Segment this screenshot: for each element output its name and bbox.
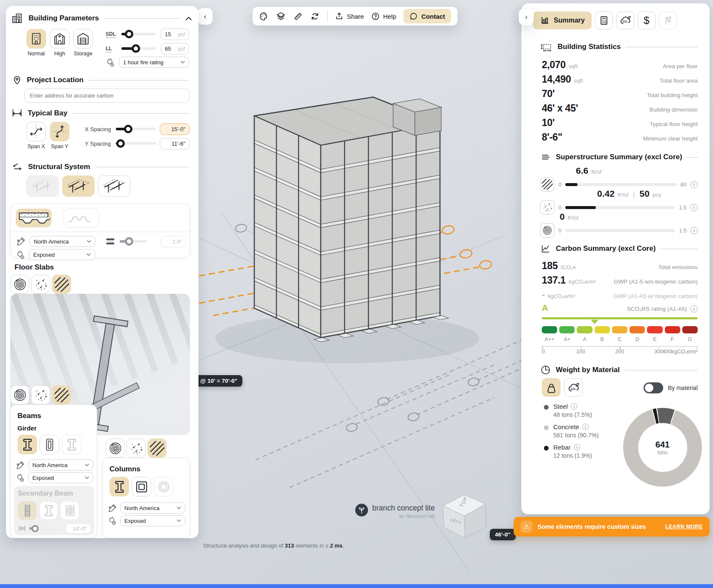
y-spacing-label: Y Spacing	[85, 141, 111, 147]
column-wide-flange-button[interactable]	[109, 477, 129, 496]
view-cube: TOP LEFT	[443, 495, 486, 538]
tab-construction[interactable]	[659, 11, 677, 29]
slab-thickness-icon	[105, 236, 115, 247]
secondary-double-button[interactable]	[60, 501, 79, 520]
x-spacing-label: X Spacing	[85, 126, 111, 132]
column-region-icon	[108, 503, 117, 513]
learn-more-link[interactable]: LEARN MORE	[665, 524, 703, 530]
column-region-select[interactable]: North America	[120, 502, 185, 513]
wood-info-icon[interactable]: i	[690, 227, 698, 234]
girder-castellated-button[interactable]	[62, 435, 81, 454]
system-slab-only-button[interactable]	[26, 175, 59, 197]
secondary-wide-flange-button[interactable]	[39, 501, 58, 520]
secondary-joist-button[interactable]	[18, 501, 37, 520]
system-beams-joists-icon	[101, 178, 127, 195]
slab-fire-select[interactable]: Exposed	[29, 249, 95, 260]
column-material-wood-button[interactable]	[106, 439, 125, 458]
fire-rating-icon	[106, 57, 115, 67]
beam-material-wood-button[interactable]	[10, 385, 29, 404]
weight-mode-button[interactable]	[542, 378, 561, 397]
collapse-left-panel-button[interactable]: ‹	[198, 8, 213, 25]
top-toolbar: Share Help Contact	[253, 7, 457, 26]
rating-info-icon[interactable]: i	[690, 305, 698, 313]
refresh-icon	[310, 11, 320, 21]
steel-info-icon[interactable]: i	[690, 181, 698, 188]
carbon-summary-title: Carbon Summary (excl Core)	[556, 244, 656, 253]
collapse-section-icon[interactable]	[186, 17, 192, 20]
wood-material-icon	[13, 388, 27, 402]
rebar-legend-info-icon[interactable]: i	[574, 444, 580, 450]
square-hss-icon	[134, 479, 149, 494]
beams-title: Beams	[17, 412, 41, 420]
steel-legend-info-icon[interactable]: i	[571, 403, 577, 410]
column-material-concrete-button[interactable]	[126, 439, 146, 458]
warning-banner[interactable]: ⚠ Some elements require custom sizes LEA…	[514, 517, 710, 536]
system-beams-joists-button[interactable]	[98, 175, 130, 197]
box-section-icon	[42, 437, 57, 452]
ll-value-field[interactable]: 65psf	[161, 43, 189, 54]
y-spacing-slider[interactable]	[116, 139, 156, 148]
sco2rs-grade: A	[542, 303, 548, 313]
concrete-material-icon	[129, 441, 144, 456]
tab-summary[interactable]: Summary	[533, 11, 592, 29]
beam-material-concrete-button[interactable]	[31, 385, 50, 404]
tab-calculations[interactable]	[595, 11, 613, 29]
sdl-slider[interactable]	[121, 30, 155, 38]
slab-material-concrete-button[interactable]	[31, 275, 50, 294]
occupancy-high-button[interactable]	[50, 29, 69, 49]
width-dimension-tooltip: 46'-0"	[490, 529, 516, 540]
column-pipe-button[interactable]	[154, 477, 173, 496]
x-spacing-field[interactable]: 15'-0"	[160, 123, 190, 135]
column-material-steel-button[interactable]	[147, 439, 167, 458]
floor-slabs-title: Floor Slabs	[14, 263, 54, 272]
sdl-value-field[interactable]: 15psf	[161, 29, 189, 40]
column-fire-select[interactable]: Exposed	[120, 515, 185, 526]
storage-building-icon	[76, 32, 90, 46]
concrete-info-icon[interactable]: i	[690, 204, 698, 211]
palette-icon	[259, 11, 269, 21]
x-spacing-slider[interactable]	[116, 125, 156, 133]
tab-cost[interactable]: $	[638, 11, 656, 29]
appearance-button[interactable]	[259, 11, 269, 21]
system-beams-button[interactable]	[62, 175, 95, 197]
occupancy-storage-button[interactable]	[73, 29, 93, 49]
layers-button[interactable]	[276, 11, 286, 21]
share-button[interactable]: Share	[335, 12, 364, 21]
slab-material-steel-button[interactable]	[52, 275, 71, 294]
i-beam-section-icon	[112, 479, 127, 494]
span-x-button[interactable]	[26, 122, 46, 141]
chevron-down-icon	[86, 253, 91, 256]
address-input[interactable]	[24, 89, 190, 103]
span-y-button[interactable]	[50, 122, 69, 141]
by-material-toggle[interactable]	[644, 382, 663, 393]
girder-wide-flange-button[interactable]	[17, 435, 37, 454]
tab-carbon[interactable]	[616, 11, 634, 29]
beam-material-steel-button[interactable]	[52, 385, 71, 404]
contact-button[interactable]: Contact	[403, 9, 451, 23]
concrete-legend-info-icon[interactable]: i	[582, 424, 589, 430]
girder-region-select[interactable]: North America	[28, 459, 93, 470]
deck-concrete-button[interactable]	[16, 209, 52, 227]
carbon-summary-icon	[540, 243, 551, 254]
deck-bare-button[interactable]	[63, 209, 99, 227]
slab-thickness-slider[interactable]	[120, 237, 147, 246]
columns-card: Columns North America Exposed	[102, 458, 190, 538]
slab-region-select[interactable]: North America	[29, 236, 95, 247]
help-button[interactable]: Help	[371, 12, 396, 21]
column-hss-button[interactable]	[132, 477, 151, 496]
occupancy-normal-button[interactable]	[26, 29, 46, 49]
contact-icon	[409, 12, 418, 20]
fire-rating-select[interactable]: 1 hour fire rating	[119, 57, 189, 68]
girder-fire-select[interactable]: Exposed	[28, 472, 93, 483]
summary-chart-icon	[540, 15, 550, 26]
measure-button[interactable]	[293, 11, 303, 21]
expand-right-panel-button[interactable]: ›	[519, 9, 534, 25]
reset-view-button[interactable]	[310, 11, 320, 21]
carbon-mode-button[interactable]	[564, 378, 583, 397]
y-spacing-field[interactable]: 11'-6"	[160, 138, 190, 149]
girder-hss-button[interactable]	[40, 435, 59, 454]
share-icon	[335, 12, 344, 21]
ll-slider[interactable]	[121, 44, 155, 53]
slab-material-wood-button[interactable]	[10, 275, 29, 294]
app-logo: branch concept lite by StructureCraft	[355, 504, 435, 519]
